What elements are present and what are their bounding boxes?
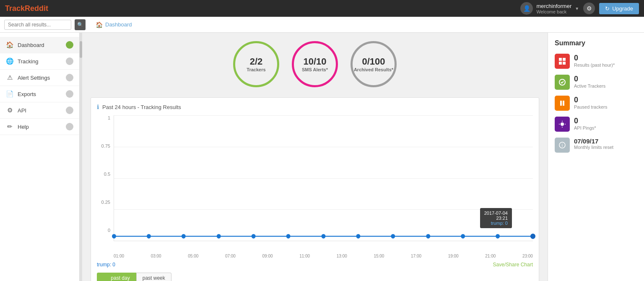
- document-icon: 📄: [6, 90, 13, 98]
- stat-circle-sms: 10/10 SMS Alerts*: [292, 41, 338, 87]
- sidebar-item-dashboard[interactable]: 🏠 Dashboard: [0, 37, 79, 53]
- x-label-1300: 13:00: [337, 254, 347, 258]
- main-layout: 🏠 Dashboard 🌐 Tracking ⚠ Alert Settings …: [0, 33, 644, 281]
- sidebar-item-exports[interactable]: 📄 Exports: [0, 86, 79, 102]
- sidebar-badge-dashboard: [66, 41, 73, 49]
- svg-point-6: [286, 234, 291, 239]
- globe-icon: 🌐: [6, 57, 13, 65]
- monthly-reset-date: 07/09/17: [574, 138, 613, 145]
- search-input[interactable]: [4, 20, 71, 30]
- svg-point-7: [322, 234, 326, 239]
- summary-item-results: 0 Results (past hour)*: [555, 54, 637, 69]
- y-label-05: 0.5: [97, 172, 110, 177]
- tab-past-week[interactable]: past week: [136, 273, 171, 281]
- active-trackers-label: Active Trackers: [574, 83, 605, 88]
- top-nav: TrackReddit 👤 merchinformer Welcome back…: [0, 0, 644, 17]
- summary-item-paused-trackers: 0 Paused trackers: [555, 96, 637, 111]
- sidebar-label-tracking: Tracking: [18, 58, 38, 65]
- chart-y-axis: 1 0.75 0.5 0.25 0: [97, 115, 113, 233]
- tooltip-value: trump: 0: [484, 221, 508, 226]
- x-label-1500: 15:00: [374, 254, 384, 258]
- summary-item-api-pings: 0 API Pings*: [555, 117, 637, 132]
- sidebar-scrollbar[interactable]: [80, 33, 82, 281]
- user-name: merchinformer: [536, 3, 571, 9]
- sidebar-label-help: Help: [18, 124, 29, 130]
- sidebar-badge-help: [66, 123, 73, 130]
- chart-tooltip: 2017-07-04 23:21 trump: 0: [480, 208, 512, 228]
- svg-point-3: [182, 234, 186, 239]
- search-icon: 🔍: [77, 22, 83, 28]
- x-label-0100: 01:00: [114, 254, 124, 258]
- user-info: 👤 merchinformer Welcome back ▼: [520, 2, 579, 15]
- y-label-1: 1: [97, 115, 110, 120]
- active-trackers-count: 0: [574, 75, 605, 83]
- search-bar: 🔍 🏠 Dashboard: [0, 17, 644, 33]
- tooltip-time: 23:21: [484, 216, 508, 221]
- archived-label: Archived Results*: [354, 67, 393, 72]
- logo-track: Track: [5, 4, 25, 13]
- trackers-label: Trackers: [247, 67, 265, 72]
- svg-point-2: [147, 234, 151, 239]
- save-share-link[interactable]: Save/Share Chart: [493, 262, 533, 268]
- results-icon: [555, 54, 570, 69]
- summary-item-active-trackers: 0 Active Trackers: [555, 75, 637, 90]
- svg-point-13: [530, 234, 535, 239]
- sidebar-item-tracking[interactable]: 🌐 Tracking: [0, 53, 79, 70]
- svg-point-21: [561, 122, 564, 126]
- svg-text:i: i: [562, 143, 563, 148]
- sms-value: 10/10: [303, 56, 326, 67]
- chart-title: Past 24 hours - Tracking Results: [102, 104, 181, 110]
- summary-title: Summary: [555, 39, 637, 47]
- scrollbar-handle[interactable]: [80, 41, 82, 58]
- sidebar-label-exports: Exports: [18, 91, 36, 97]
- breadcrumb: 🏠 Dashboard: [96, 21, 132, 28]
- sidebar: 🏠 Dashboard 🌐 Tracking ⚠ Alert Settings …: [0, 33, 80, 281]
- sidebar-item-api[interactable]: ⚙ API: [0, 102, 79, 119]
- svg-point-8: [356, 234, 360, 239]
- svg-point-5: [252, 234, 256, 239]
- monthly-reset-label: Monthly limits reset: [574, 145, 613, 150]
- tab-past-day-label: past day: [111, 275, 130, 281]
- upgrade-button[interactable]: ↻ Upgrade: [599, 3, 639, 14]
- api-pings-count: 0: [574, 117, 596, 125]
- chart-header: ℹ Past 24 hours - Tracking Results: [97, 104, 533, 110]
- search-button[interactable]: 🔍: [75, 19, 86, 30]
- x-label-1100: 11:00: [299, 254, 310, 258]
- breadcrumb-label: Dashboard: [105, 21, 132, 28]
- y-label-0: 0: [97, 228, 110, 233]
- x-label-0500: 05:00: [188, 254, 198, 258]
- svg-point-9: [391, 234, 395, 239]
- svg-point-10: [426, 234, 430, 239]
- x-label-0700: 07:00: [225, 254, 236, 258]
- chart-svg: [114, 115, 533, 241]
- tab-past-day[interactable]: past day: [97, 273, 136, 281]
- chevron-down-icon[interactable]: ▼: [575, 6, 579, 11]
- edit-icon: ✏: [6, 123, 13, 130]
- chart-wrapper: 1 0.75 0.5 0.25 0: [97, 115, 533, 258]
- sidebar-label-api: API: [18, 107, 26, 114]
- api-pings-icon: [555, 117, 570, 132]
- chart-area: 2017-07-04 23:21 trump: 0: [114, 115, 533, 241]
- sidebar-item-help[interactable]: ✏ Help: [0, 119, 79, 135]
- stats-circles: 2/2 Trackers 10/10 SMS Alerts* 0/100 Arc…: [91, 41, 539, 87]
- user-details: merchinformer Welcome back: [536, 3, 571, 14]
- monthly-reset-icon: i: [555, 138, 570, 153]
- settings-icon[interactable]: ⚙: [583, 3, 595, 14]
- paused-trackers-label: Paused trackers: [574, 104, 607, 109]
- main-content: 2/2 Trackers 10/10 SMS Alerts* 0/100 Arc…: [82, 33, 548, 281]
- top-nav-right: 👤 merchinformer Welcome back ▼ ⚙ ↻ Upgra…: [520, 2, 639, 15]
- chart-section: ℹ Past 24 hours - Tracking Results 1 0.7…: [91, 97, 539, 281]
- active-trackers-icon: [555, 75, 570, 90]
- paused-trackers-icon: [555, 96, 570, 111]
- svg-rect-19: [560, 101, 562, 106]
- stat-circle-trackers: 2/2 Trackers: [233, 41, 279, 87]
- sidebar-item-alert-settings[interactable]: ⚠ Alert Settings: [0, 70, 79, 86]
- svg-rect-16: [559, 62, 562, 65]
- svg-rect-17: [563, 62, 566, 65]
- sidebar-badge-alert: [66, 74, 73, 81]
- home-icon: 🏠: [96, 21, 103, 28]
- api-pings-label: API Pings*: [574, 125, 596, 130]
- chart-tabs: past day past week: [97, 273, 533, 281]
- x-label-1900: 19:00: [448, 254, 459, 258]
- sms-label: SMS Alerts*: [302, 67, 328, 72]
